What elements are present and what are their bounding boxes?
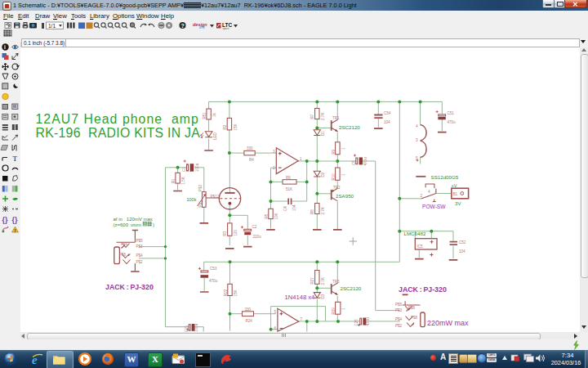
svg-text:220u: 220u <box>253 235 262 239</box>
svg-text:R7: R7 <box>310 114 314 119</box>
svg-text:R29: R29 <box>332 307 336 315</box>
svg-text:SS12d00G5: SS12d00G5 <box>431 174 459 180</box>
svg-text:R27: R27 <box>310 277 314 285</box>
svg-text:3: 3 <box>416 138 418 142</box>
svg-text:C4: C4 <box>283 206 287 211</box>
svg-text:D1: D1 <box>321 131 325 136</box>
svg-text:C25: C25 <box>354 319 359 326</box>
svg-text:R22: R22 <box>224 289 228 296</box>
svg-text:1: 1 <box>341 307 345 310</box>
svg-text:1.5K: 1.5K <box>181 176 185 184</box>
svg-text:470u: 470u <box>209 279 218 283</box>
svg-text:2: 2 <box>273 166 275 170</box>
svg-text:5: 5 <box>274 310 277 314</box>
svg-text:100k: 100k <box>187 197 197 202</box>
svg-text:470u: 470u <box>363 157 368 166</box>
svg-text:C21: C21 <box>185 325 189 332</box>
svg-text:P$5: P$5 <box>395 303 403 307</box>
svg-text:104: 104 <box>292 204 296 211</box>
svg-text:): ) <box>153 222 154 227</box>
svg-text:10K: 10K <box>274 212 278 219</box>
svg-text:R24: R24 <box>246 319 253 323</box>
svg-text:12AU7 Head phone amp: 12AU7 Head phone amp <box>36 112 199 126</box>
svg-text:220mW max: 220mW max <box>427 319 469 327</box>
svg-text:330: 330 <box>245 307 252 312</box>
svg-text:+V: +V <box>452 183 457 188</box>
svg-text:C53: C53 <box>210 267 217 271</box>
svg-text:120: 120 <box>234 229 238 236</box>
svg-text:1k: 1k <box>212 112 216 117</box>
svg-text:IC5: IC5 <box>417 245 424 249</box>
svg-text:2.7K: 2.7K <box>321 276 325 285</box>
svg-text:P$5: P$5 <box>136 239 144 243</box>
svg-text:R1: R1 <box>172 178 176 183</box>
svg-text:RK-196 RADIO KITS IN JA: RK-196 RADIO KITS IN JA <box>36 126 201 140</box>
svg-text:JACK : PJ-320: JACK : PJ-320 <box>105 283 154 291</box>
svg-text:2.7K: 2.7K <box>321 112 325 120</box>
svg-text:R2: R2 <box>223 124 227 129</box>
svg-text:4: 4 <box>428 190 430 194</box>
svg-text:P$3: P$3 <box>136 245 144 249</box>
svg-text:TR1: TR1 <box>332 116 340 120</box>
svg-text:P$6: P$6 <box>408 306 416 310</box>
svg-text:R9: R9 <box>332 149 336 154</box>
svg-text:330: 330 <box>247 146 253 150</box>
svg-text:104: 104 <box>384 120 390 124</box>
svg-text:af in 120mV max: af in 120mV max <box>114 217 153 222</box>
svg-text:LMC6482: LMC6482 <box>404 231 426 236</box>
svg-text:P$2: P$2 <box>395 324 403 328</box>
svg-text:P$3: P$3 <box>395 308 403 312</box>
svg-text:2SC2120: 2SC2120 <box>339 124 360 130</box>
svg-text:6: 6 <box>274 326 277 330</box>
svg-text:R8: R8 <box>310 209 314 214</box>
svg-text:15K: 15K <box>234 123 238 130</box>
svg-text:LED: LED <box>213 132 217 140</box>
svg-text:470u: 470u <box>366 317 370 326</box>
svg-text:2.7K: 2.7K <box>321 206 325 214</box>
svg-text:P$2: P$2 <box>136 260 144 264</box>
svg-text:B1: B1 <box>453 192 458 196</box>
svg-text:2: 2 <box>421 194 423 198</box>
svg-text:P$12: P$12 <box>211 195 220 199</box>
svg-text:C54: C54 <box>384 111 391 115</box>
svg-text:TR3: TR3 <box>332 280 340 284</box>
svg-text:3V: 3V <box>455 200 461 206</box>
svg-text:P$8: P$8 <box>411 316 418 320</box>
svg-text:C51: C51 <box>448 111 455 115</box>
svg-text:R5: R5 <box>265 213 269 218</box>
svg-text:P$4: P$4 <box>136 254 144 258</box>
svg-text:D2: D2 <box>321 172 325 177</box>
svg-text:R51: R51 <box>203 112 207 119</box>
svg-text:R10: R10 <box>332 173 336 181</box>
svg-text:P$6: P$6 <box>121 242 128 246</box>
svg-text:P$8: P$8 <box>119 253 127 257</box>
svg-text:C2: C2 <box>252 225 257 229</box>
svg-text:P$3: P$3 <box>198 184 203 191</box>
svg-text:2SA950: 2SA950 <box>336 193 354 199</box>
svg-text:1: 1 <box>341 147 345 150</box>
svg-text:1: 1 <box>435 189 438 193</box>
svg-text:JACK : PJ-320: JACK : PJ-320 <box>399 285 447 294</box>
svg-text:3: 3 <box>273 150 275 154</box>
svg-text:D3: D3 <box>321 294 325 298</box>
svg-text:15K: 15K <box>234 289 238 296</box>
svg-text:(z=600 :vtvm: (z=600 :vtvm <box>114 222 142 227</box>
svg-text:R6: R6 <box>286 176 291 180</box>
svg-text:2SC2120: 2SC2120 <box>341 285 362 291</box>
svg-text:P$1: P$1 <box>198 200 203 208</box>
svg-text:470u: 470u <box>448 120 457 124</box>
svg-text:1: 1 <box>300 157 302 161</box>
svg-text:100u: 100u <box>194 323 198 332</box>
svg-text:POW-SW: POW-SW <box>422 204 446 209</box>
svg-text:C1: C1 <box>182 167 186 172</box>
svg-text:7: 7 <box>301 317 303 321</box>
svg-text:1N4148 x4: 1N4148 x4 <box>285 294 315 301</box>
svg-text:100u: 100u <box>195 163 199 172</box>
svg-text:TR2: TR2 <box>333 186 341 190</box>
svg-text:51K: 51K <box>286 187 293 191</box>
svg-text:C52: C52 <box>459 240 466 245</box>
svg-text:P$4: P$4 <box>395 317 403 321</box>
svg-text:5: 5 <box>416 156 418 160</box>
svg-text:104: 104 <box>459 249 466 254</box>
svg-text:R3: R3 <box>223 231 227 236</box>
